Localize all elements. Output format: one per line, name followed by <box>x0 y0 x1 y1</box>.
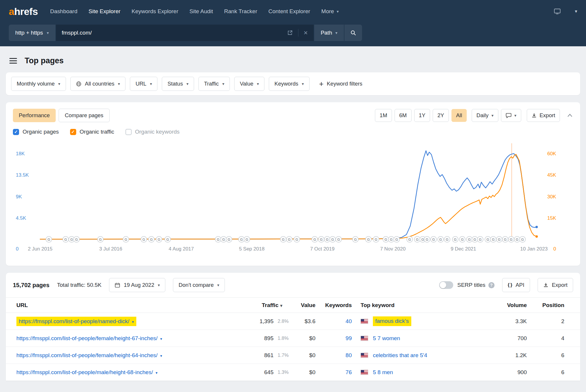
caret-down-icon: ▾ <box>335 31 337 35</box>
column-header-position[interactable]: Position <box>529 298 580 313</box>
nav-item-more[interactable]: More▾ <box>321 8 339 15</box>
volume-cell: 900 <box>482 364 529 381</box>
url-input[interactable]: fmsppl.com/ × <box>56 25 314 41</box>
column-header-traffic[interactable]: Traffic▾ <box>230 298 291 313</box>
report-menu-icon[interactable] <box>9 58 17 64</box>
top-keyword-link[interactable]: 5 8 men <box>373 369 393 376</box>
top-keyword-link[interactable]: 5 7 women <box>373 335 400 342</box>
svg-text:G: G <box>390 238 393 242</box>
keywords-count-link[interactable]: 76 <box>346 369 352 375</box>
range-6m-button[interactable]: 6M <box>395 109 412 122</box>
filter-all-countries[interactable]: All countries▾ <box>70 77 126 91</box>
page-url-link[interactable]: https://fmsppl.com/list-of-people/named-… <box>19 318 129 324</box>
caret-down-icon: ▾ <box>118 82 120 86</box>
checkbox-organic-traffic[interactable]: ✓ <box>70 129 76 135</box>
range-1m-button[interactable]: 1M <box>375 109 392 122</box>
column-header-top-keyword[interactable]: Top keyword <box>352 298 482 313</box>
keywords-count-link[interactable]: 80 <box>346 352 352 358</box>
svg-text:G: G <box>432 238 435 242</box>
svg-text:2 Jun 2015: 2 Jun 2015 <box>28 246 52 252</box>
caret-down-icon: ▾ <box>337 9 339 13</box>
clear-input-icon[interactable]: × <box>304 29 308 36</box>
svg-text:13.5K: 13.5K <box>16 172 29 178</box>
ahrefs-logo[interactable]: ahrefs <box>9 6 38 17</box>
nav-item-dashboard[interactable]: Dashboard <box>50 8 77 15</box>
filter-value[interactable]: Value▾ <box>234 77 264 91</box>
column-header-url[interactable]: URL <box>6 298 230 313</box>
traffic-percent: 1.7% <box>274 347 291 364</box>
nav-item-site-explorer[interactable]: Site Explorer <box>89 8 120 15</box>
annotations-dropdown[interactable]: ▾ <box>501 109 521 122</box>
filter-traffic[interactable]: Traffic▾ <box>198 77 230 91</box>
svg-text:G: G <box>47 238 50 242</box>
url-expand-caret-icon[interactable]: ▾ <box>160 354 162 358</box>
svg-text:G: G <box>99 238 102 242</box>
url-expand-caret-icon[interactable]: ▾ <box>132 320 134 324</box>
svg-text:G: G <box>492 238 495 242</box>
svg-text:G: G <box>295 238 298 242</box>
nav-item-content-explorer[interactable]: Content Explorer <box>269 8 310 15</box>
top-keyword-link[interactable]: celebrities that are 5'4 <box>373 352 427 359</box>
url-expand-caret-icon[interactable]: ▾ <box>160 337 162 341</box>
pages-count: 15,702 pages <box>13 282 50 289</box>
column-header-value[interactable]: Value <box>291 298 315 313</box>
chart-export-button[interactable]: Export <box>527 109 560 122</box>
range-2y-button[interactable]: 2Y <box>433 109 449 122</box>
table-header-row: URL Traffic▾ Value Keywords Top keyword … <box>6 298 580 313</box>
nav-item-keywords-explorer[interactable]: Keywords Explorer <box>132 8 178 15</box>
mode-dropdown[interactable]: Path ▾ <box>314 25 344 41</box>
caret-down-icon: ▾ <box>158 283 160 287</box>
account-caret-icon[interactable]: ▾ <box>575 9 577 14</box>
api-button[interactable]: { } API <box>502 278 530 292</box>
tab-performance[interactable]: Performance <box>13 109 56 122</box>
export-icon <box>543 282 548 288</box>
svg-text:G: G <box>468 238 471 242</box>
column-header-volume[interactable]: Volume <box>482 298 529 313</box>
page-url-link[interactable]: https://fmsppl.com/list-of-people/female… <box>16 352 158 358</box>
range-all-button[interactable]: All <box>451 109 467 122</box>
filter-keywords[interactable]: Keywords▾ <box>269 77 309 91</box>
url-expand-caret-icon[interactable]: ▾ <box>156 371 158 375</box>
help-icon[interactable]: ? <box>488 282 495 288</box>
tab-compare-pages[interactable]: Compare pages <box>59 109 110 122</box>
volume-cell: 1.2K <box>482 347 529 364</box>
svg-text:G: G <box>408 238 411 242</box>
legend-organic-pages[interactable]: ✓ Organic pages <box>13 129 59 135</box>
nav-item-site-audit[interactable]: Site Audit <box>189 8 213 15</box>
keywords-count-link[interactable]: 40 <box>346 318 352 324</box>
keywords-count-link[interactable]: 99 <box>346 335 352 341</box>
top-keyword-link[interactable]: famous dick's <box>375 318 409 324</box>
us-flag-icon <box>361 319 368 324</box>
compare-dropdown[interactable]: Don't compare ▾ <box>173 278 225 292</box>
filter-status[interactable]: Status▾ <box>162 77 194 91</box>
range-1y-button[interactable]: 1Y <box>414 109 430 122</box>
granularity-dropdown[interactable]: Daily▾ <box>472 109 498 122</box>
open-in-new-tab-icon[interactable] <box>287 30 293 36</box>
date-picker-button[interactable]: 19 Aug 2022 ▾ <box>109 278 165 292</box>
collapse-panel-button[interactable] <box>567 113 573 118</box>
table-export-button[interactable]: Export <box>538 278 573 292</box>
compare-label: Don't compare <box>179 282 214 288</box>
legend-organic-traffic[interactable]: ✓ Organic traffic <box>70 129 114 135</box>
filter-url[interactable]: URL▾ <box>130 77 157 91</box>
search-button[interactable] <box>344 25 362 41</box>
legend-organic-keywords[interactable]: Organic keywords <box>125 129 180 135</box>
nav-item-rank-tracker[interactable]: Rank Tracker <box>224 8 257 15</box>
serp-titles-toggle[interactable] <box>439 281 453 289</box>
devices-icon[interactable] <box>554 8 561 14</box>
page-url-link[interactable]: https://fmsppl.com/list-of-people/male/h… <box>16 369 153 375</box>
checkbox-organic-pages[interactable]: ✓ <box>13 129 19 135</box>
svg-text:G: G <box>166 238 169 242</box>
value-cell: $0 <box>291 347 315 364</box>
svg-text:0: 0 <box>553 246 556 252</box>
svg-text:G: G <box>313 238 316 242</box>
keyword-filters-button[interactable]: +Keyword filters <box>314 77 368 91</box>
column-header-keywords[interactable]: Keywords <box>315 298 352 313</box>
svg-text:G: G <box>375 238 377 242</box>
page-url-link[interactable]: https://fmsppl.com/list-of-people/female… <box>16 335 158 341</box>
position-cell: 6 <box>529 364 580 381</box>
filter-monthly-volume[interactable]: Monthly volume▾ <box>11 77 66 91</box>
checkbox-organic-keywords[interactable] <box>125 129 132 135</box>
protocol-dropdown[interactable]: http + https ▾ <box>9 25 55 41</box>
sort-caret-icon: ▾ <box>280 303 282 308</box>
